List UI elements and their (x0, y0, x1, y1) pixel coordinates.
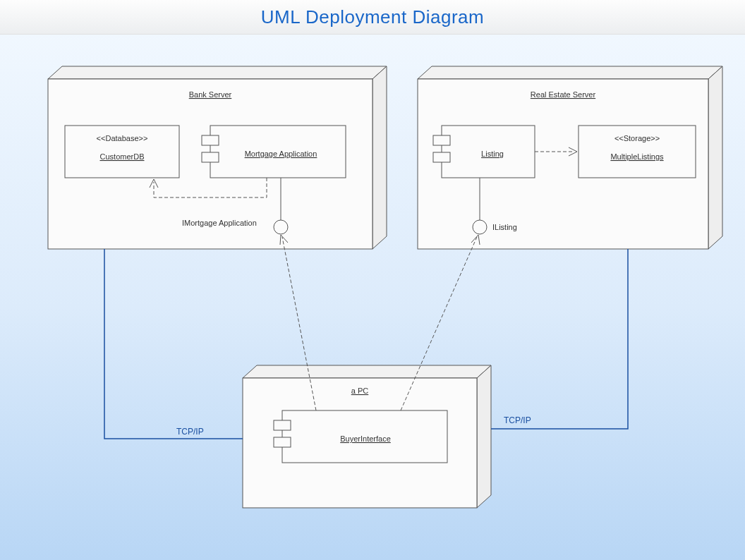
connection-right-label: TCP/IP (504, 415, 531, 425)
multiple-listings-stereotype: <<Storage>> (614, 134, 660, 142)
node-real-estate-server: Real Estate Server Listing <<Storage>> M… (418, 66, 722, 249)
svg-marker-16 (243, 365, 491, 378)
component-multiple-listings: <<Storage>> MultipleListings (579, 126, 696, 178)
connection-tcpip-left (104, 249, 243, 439)
customer-db-label: CustomerDB (100, 152, 145, 161)
interface-ilisting-label: IListing (492, 223, 517, 231)
node-estate-label: Real Estate Server (531, 90, 596, 99)
connection-left-label: TCP/IP (176, 427, 204, 437)
interface-imortgage-icon (274, 220, 288, 234)
node-bank-server: Bank Server <<Database>> CustomerDB Mort… (48, 66, 387, 249)
mortgage-app-label: Mortgage Application (245, 150, 317, 158)
svg-marker-8 (418, 66, 722, 79)
svg-rect-20 (274, 420, 291, 430)
component-buyer-interface: BuyerInterface (274, 410, 447, 463)
customer-db-stereotype: <<Database>> (97, 134, 148, 142)
svg-marker-17 (477, 365, 491, 508)
listing-label: Listing (481, 150, 504, 158)
svg-rect-12 (433, 135, 450, 145)
component-customer-db: <<Database>> CustomerDB (65, 126, 179, 178)
multiple-listings-label: MultipleListings (610, 152, 664, 161)
interface-imortgage-label: IMortgage Application (182, 219, 257, 227)
svg-rect-13 (433, 152, 450, 162)
svg-marker-9 (708, 66, 722, 249)
svg-marker-0 (48, 66, 387, 79)
node-pc-label: a PC (351, 386, 369, 395)
diagram-canvas: Bank Server <<Database>> CustomerDB Mort… (34, 0, 745, 560)
connection-tcpip-right (491, 249, 628, 429)
node-bank-label: Bank Server (189, 90, 232, 99)
buyer-interface-label: BuyerInterface (340, 434, 391, 443)
interface-ilisting-icon (473, 220, 487, 234)
svg-rect-6 (202, 152, 219, 162)
svg-rect-21 (274, 437, 291, 447)
svg-rect-5 (202, 135, 219, 145)
svg-marker-1 (372, 66, 387, 249)
node-pc: a PC BuyerInterface (243, 365, 491, 508)
component-listing: Listing (433, 126, 535, 178)
component-mortgage-app: Mortgage Application (202, 126, 346, 178)
